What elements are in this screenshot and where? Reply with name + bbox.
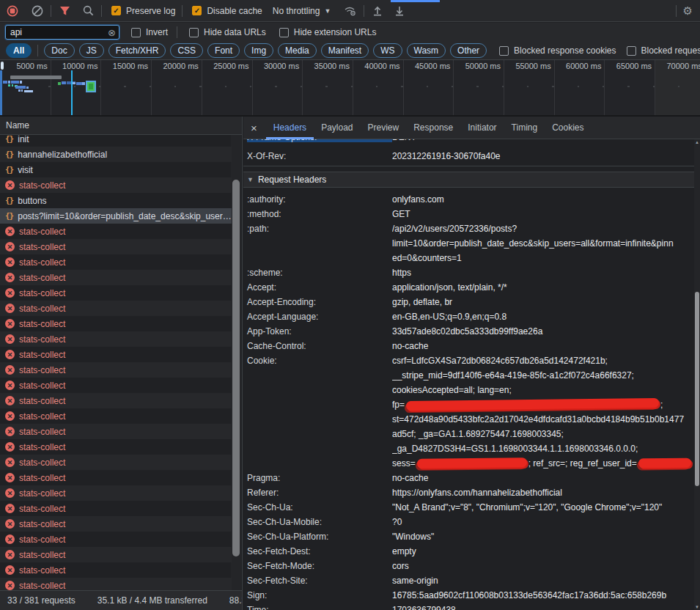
request-row[interactable]: {}posts?limit=10&order=publish_date_desc… <box>0 208 232 224</box>
scroll-down-icon[interactable]: ▼ <box>694 605 700 609</box>
request-row[interactable]: ✕stats-collect <box>0 239 232 254</box>
request-row[interactable]: ✕stats-collect <box>0 378 232 393</box>
scrollbar-thumb[interactable] <box>695 292 699 486</box>
name-column-header[interactable]: Name <box>0 117 243 135</box>
tab-cookies[interactable]: Cookies <box>545 117 591 139</box>
chevron-down-icon[interactable]: ▼ <box>324 7 331 15</box>
filter-toggle-button[interactable] <box>55 2 74 20</box>
request-headers-section-header[interactable]: ▼ Request Headers <box>243 172 694 188</box>
export-har-button[interactable] <box>390 2 409 20</box>
request-row[interactable]: ✕stats-collect <box>0 485 232 501</box>
record-button[interactable] <box>3 2 22 20</box>
disable-cache-label[interactable]: Disable cache <box>207 6 262 16</box>
failed-request-icon: ✕ <box>5 242 15 251</box>
filter-chip-media[interactable]: Media <box>278 43 317 58</box>
request-row[interactable]: {}hannahelizabethofficial <box>0 147 232 162</box>
filter-chip-font[interactable]: Font <box>207 43 240 58</box>
details-scrollbar[interactable]: ▲ ▼ <box>694 139 700 610</box>
tab-payload[interactable]: Payload <box>314 117 360 139</box>
request-list-scrollbar[interactable]: ▲ ▼ <box>231 118 241 608</box>
tab-timing[interactable]: Timing <box>504 117 545 139</box>
request-row[interactable]: ✕stats-collect <box>0 301 232 316</box>
preserve-log-checkbox[interactable]: ✓ <box>111 6 121 15</box>
filter-chip-img[interactable]: Img <box>244 43 273 58</box>
filter-input-box[interactable]: ⊗ <box>5 25 119 40</box>
preserve-log-label[interactable]: Preserve log <box>126 6 175 16</box>
header-row: X-Of-Rev:202312261916-30670fa40e <box>243 149 694 163</box>
clear-filter-icon[interactable]: ⊗ <box>108 27 116 38</box>
request-row[interactable]: {}buttons <box>0 193 232 208</box>
request-row[interactable]: ✕stats-collect <box>0 393 232 408</box>
request-row[interactable]: ✕stats-collect <box>0 455 232 470</box>
tab-initiator[interactable]: Initiator <box>460 117 504 139</box>
request-row[interactable]: ✕stats-collect <box>0 224 232 239</box>
failed-request-icon: ✕ <box>5 304 15 313</box>
blocked-response-cookies-checkbox[interactable] <box>499 46 509 56</box>
waterfall-bar <box>58 82 61 85</box>
filter-chip-wasm[interactable]: Wasm <box>407 43 446 58</box>
request-row[interactable]: ✕stats-collect <box>0 316 232 331</box>
filter-chip-other[interactable]: Other <box>450 43 487 58</box>
request-row[interactable]: ✕stats-collect <box>0 501 232 516</box>
request-row[interactable]: ✕stats-collect <box>0 424 232 439</box>
tab-preview[interactable]: Preview <box>361 117 407 139</box>
header-row: Cookie:csrf=LdfcGX4Sa72db06824c657db26a5… <box>243 353 694 471</box>
filter-chip-manifest[interactable]: Manifest <box>321 43 369 58</box>
overview-window-left-edge[interactable] <box>0 70 2 115</box>
request-row[interactable]: ✕stats-collect <box>0 562 232 578</box>
disclosure-triangle-icon[interactable]: ▼ <box>247 176 254 183</box>
filter-chip-doc[interactable]: Doc <box>44 43 74 58</box>
filter-chip-ws[interactable]: WS <box>373 43 402 58</box>
clipped-response-header-row: X-Frame-Options: DENY <box>243 139 694 147</box>
clear-button[interactable] <box>28 2 47 20</box>
blocked-requests-label[interactable]: Blocked requests <box>641 45 700 56</box>
blocked-response-cookies-label[interactable]: Blocked response cookies <box>514 45 616 56</box>
request-row[interactable]: {}visit <box>0 162 232 177</box>
header-name: Accept: <box>247 280 392 295</box>
filter-chip-fetch-xhr[interactable]: Fetch/XHR <box>108 43 166 58</box>
request-name: stats-collect <box>19 227 65 237</box>
request-row[interactable]: ✕stats-collect <box>0 408 232 424</box>
overview-drag-handle[interactable] <box>1 62 4 70</box>
filter-chip-js[interactable]: JS <box>79 43 104 58</box>
disable-cache-checkbox[interactable]: ✓ <box>192 6 202 15</box>
tab-response[interactable]: Response <box>406 117 460 139</box>
network-overview-timeline[interactable]: 5000 ms10000 ms15000 ms20000 ms25000 ms3… <box>0 60 700 117</box>
invert-label[interactable]: Invert <box>146 27 168 37</box>
header-value: no-cache <box>392 471 694 485</box>
hide-extension-urls-label[interactable]: Hide extension URLs <box>294 27 377 37</box>
request-row[interactable]: ✕stats-collect <box>0 270 232 285</box>
hide-data-urls-label[interactable]: Hide data URLs <box>204 27 266 37</box>
waterfall-bar <box>82 82 85 85</box>
tab-headers[interactable]: Headers <box>266 117 314 139</box>
timeline-label: 25000 ms <box>192 62 249 70</box>
import-har-button[interactable] <box>368 2 387 20</box>
hide-extension-urls-checkbox[interactable] <box>279 28 289 37</box>
close-details-icon[interactable]: × <box>251 122 257 134</box>
hide-data-urls-checkbox[interactable] <box>189 28 199 37</box>
request-row[interactable]: ✕stats-collect <box>0 347 232 362</box>
request-row[interactable]: ✕stats-collect <box>0 470 232 485</box>
search-button[interactable] <box>78 2 97 20</box>
header-row: App-Token:33d57ade8c02dbc5a333db99ff9ae2… <box>243 324 694 339</box>
import-icon <box>372 5 383 16</box>
request-row[interactable]: ✕stats-collect <box>0 254 232 270</box>
scrollbar-thumb[interactable] <box>232 180 240 556</box>
request-row[interactable]: ✕stats-collect <box>0 516 232 532</box>
request-row[interactable]: ✕stats-collect <box>0 285 232 301</box>
request-row[interactable]: ✕stats-collect <box>0 331 232 347</box>
request-row[interactable]: ✕stats-collect <box>0 439 232 455</box>
request-row[interactable]: ✕stats-collect <box>0 362 232 378</box>
request-row[interactable]: ✕stats-collect <box>0 532 232 547</box>
filter-chip-css[interactable]: CSS <box>170 43 203 58</box>
blocked-requests-checkbox[interactable] <box>627 46 636 56</box>
filter-input[interactable] <box>6 27 98 37</box>
throttling-select[interactable]: No throttling <box>273 6 320 16</box>
filter-chip-all[interactable]: All <box>6 43 32 58</box>
settings-gear-icon[interactable]: ⚙ <box>683 4 693 18</box>
request-row[interactable]: ✕stats-collect <box>0 177 232 193</box>
network-conditions-button[interactable] <box>341 2 360 20</box>
request-row[interactable]: ✕stats-collect <box>0 547 232 562</box>
scroll-up-icon[interactable]: ▲ <box>694 140 700 144</box>
invert-checkbox[interactable] <box>131 28 141 37</box>
